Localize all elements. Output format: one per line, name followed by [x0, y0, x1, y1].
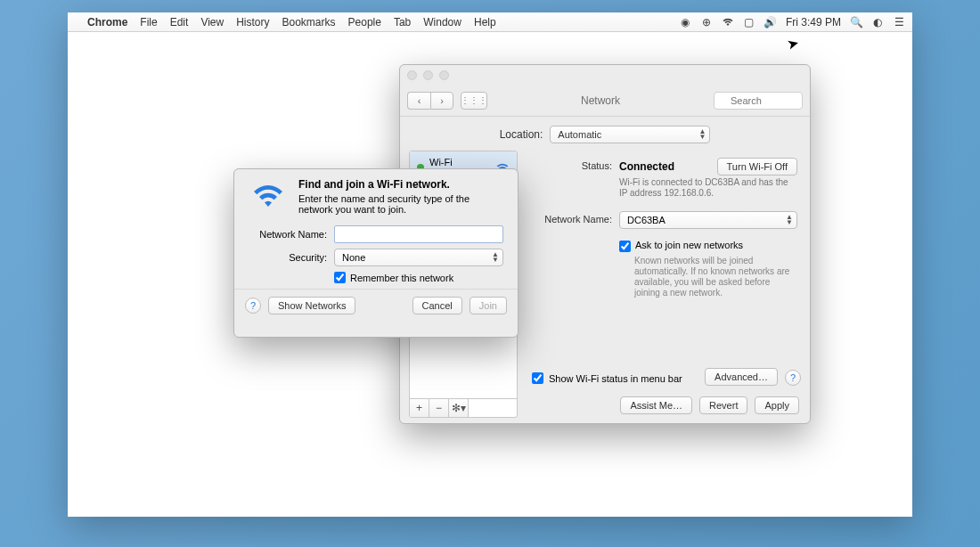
menubar: Chrome File Edit View History Bookmarks …	[68, 12, 912, 32]
titlebar[interactable]	[400, 65, 810, 85]
ask-to-join-hint: Known networks will be joined automatica…	[634, 256, 797, 298]
add-service-button[interactable]: +	[410, 399, 429, 417]
cursor-icon: ➤	[785, 35, 800, 54]
forward-button[interactable]: ›	[430, 92, 453, 110]
wifi-large-icon	[249, 178, 288, 215]
show-networks-button[interactable]: Show Networks	[268, 297, 355, 314]
spotlight-icon[interactable]: 🔍	[850, 16, 862, 29]
show-all-button[interactable]: ⋮⋮⋮	[461, 92, 487, 110]
clock[interactable]: Fri 3:49 PM	[786, 16, 841, 29]
network-name-popup[interactable]: DC63BA ▲▼	[619, 211, 797, 229]
zoom-button[interactable]	[439, 70, 449, 80]
menu-file[interactable]: File	[140, 16, 157, 29]
volume-icon[interactable]: 🔊	[764, 16, 777, 29]
menu-window[interactable]: Window	[423, 16, 461, 29]
service-name: Wi-Fi	[429, 157, 472, 167]
dialog-network-name-input[interactable]	[334, 225, 503, 243]
menu-history[interactable]: History	[236, 16, 269, 29]
assist-me-button[interactable]: Assist Me…	[620, 396, 692, 414]
notification-center-icon[interactable]: ☰	[893, 16, 905, 29]
dialog-subtitle: Enter the name and security type of the …	[298, 193, 503, 215]
revert-button[interactable]: Revert	[699, 396, 747, 414]
apply-button[interactable]: Apply	[755, 396, 799, 414]
status-icon-1[interactable]: ◉	[679, 16, 691, 29]
location-value: Automatic	[558, 129, 601, 140]
status-description: Wi-Fi is connected to DC63BA and has the…	[619, 177, 797, 199]
show-menubar-checkbox[interactable]	[532, 372, 543, 384]
service-actions-button[interactable]: ✻▾	[449, 399, 469, 417]
status-icon-2[interactable]: ⊕	[700, 16, 713, 29]
window-title: Network	[494, 94, 706, 107]
search-input[interactable]	[714, 92, 803, 110]
help-button[interactable]: ?	[785, 370, 801, 386]
dialog-security-value: None	[342, 252, 365, 263]
status-value: Connected	[619, 160, 674, 173]
app-menu[interactable]: Chrome	[87, 16, 127, 29]
ask-to-join-label: Ask to join new networks	[635, 240, 743, 250]
remember-network-checkbox[interactable]	[334, 272, 346, 283]
cancel-button[interactable]: Cancel	[412, 297, 462, 314]
menu-bookmarks[interactable]: Bookmarks	[282, 16, 336, 29]
remember-network-label: Remember this network	[350, 273, 453, 283]
toolbar: ‹ › ⋮⋮⋮ Network 🔍	[400, 85, 810, 117]
siri-icon[interactable]: ◐	[871, 16, 884, 29]
display-icon[interactable]: ▢	[743, 16, 755, 29]
show-menubar-label: Show Wi-Fi status in menu bar	[549, 373, 682, 384]
dialog-help-button[interactable]: ?	[245, 298, 261, 314]
join-button[interactable]: Join	[470, 297, 507, 314]
location-label: Location:	[500, 128, 543, 141]
status-label: Status:	[530, 158, 619, 199]
ask-to-join-checkbox[interactable]	[619, 241, 631, 252]
menu-tab[interactable]: Tab	[394, 16, 411, 29]
network-name-value: DC63BA	[627, 215, 666, 225]
advanced-button[interactable]: Advanced…	[705, 368, 778, 386]
dialog-security-label: Security:	[249, 252, 334, 263]
menu-help[interactable]: Help	[474, 16, 496, 29]
minimize-button[interactable]	[423, 70, 433, 80]
join-network-dialog: Find and join a Wi-Fi network. Enter the…	[233, 168, 519, 338]
network-name-label: Network Name:	[530, 211, 619, 229]
menu-edit[interactable]: Edit	[170, 16, 189, 29]
wifi-icon[interactable]	[722, 16, 734, 29]
close-button[interactable]	[407, 70, 417, 80]
menu-view[interactable]: View	[200, 16, 224, 29]
desktop: Chrome File Edit View History Bookmarks …	[68, 12, 912, 517]
dialog-title: Find and join a Wi-Fi network.	[298, 178, 503, 191]
back-button[interactable]: ‹	[407, 92, 430, 110]
menu-people[interactable]: People	[348, 16, 381, 29]
dialog-network-name-label: Network Name:	[249, 229, 334, 240]
dialog-security-popup[interactable]: None ▲▼	[334, 249, 503, 266]
remove-service-button[interactable]: −	[429, 399, 449, 417]
turn-wifi-off-button[interactable]: Turn Wi-Fi Off	[717, 158, 797, 176]
location-popup[interactable]: Automatic ▲▼	[550, 126, 710, 143]
